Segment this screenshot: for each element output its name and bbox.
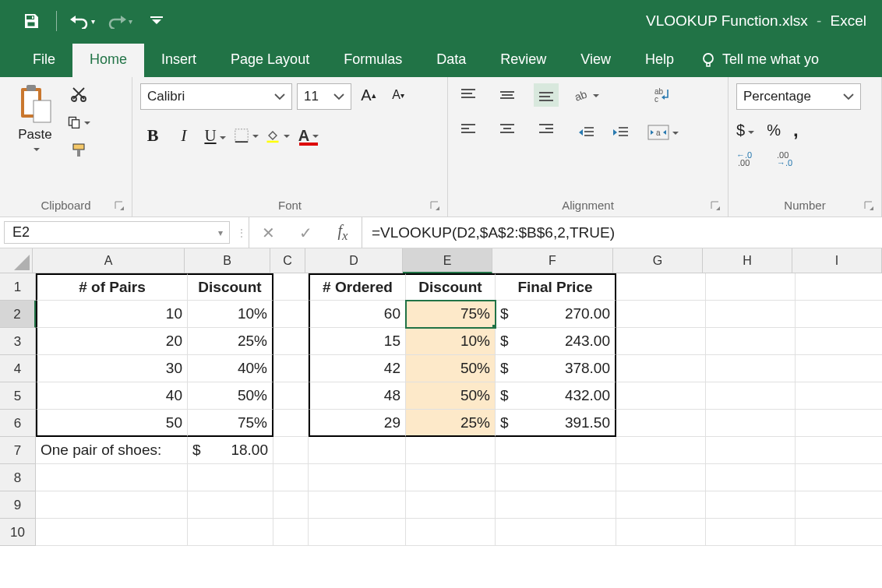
select-all-button[interactable] [0, 248, 33, 273]
decrease-indent-button[interactable] [574, 121, 599, 144]
cell[interactable] [706, 355, 796, 382]
cell[interactable] [36, 519, 188, 546]
cell[interactable] [706, 519, 796, 546]
cell[interactable] [706, 273, 796, 301]
table-header[interactable]: # of Pairs [36, 273, 188, 301]
cell[interactable] [273, 328, 309, 355]
row-header[interactable]: 3 [0, 328, 36, 355]
cell[interactable] [616, 355, 706, 382]
tab-home[interactable]: Home [72, 44, 144, 77]
row-header[interactable]: 2 [0, 301, 36, 328]
cell[interactable] [273, 437, 309, 464]
cell[interactable] [796, 437, 882, 464]
cell[interactable] [616, 410, 706, 437]
bold-button[interactable]: B [140, 124, 165, 147]
row-header[interactable]: 5 [0, 382, 36, 410]
table-header[interactable]: Discount [406, 273, 496, 301]
font-color-button[interactable]: A [296, 124, 321, 147]
cell[interactable] [406, 437, 496, 464]
cell[interactable] [796, 301, 882, 328]
cell[interactable] [406, 519, 496, 546]
redo-button[interactable]: ▾ [104, 5, 135, 37]
tell-me-search[interactable]: Tell me what yo [691, 44, 828, 77]
borders-button[interactable] [234, 124, 259, 147]
cell[interactable]: 42 [309, 355, 406, 382]
cell[interactable] [309, 437, 406, 464]
cell[interactable] [188, 491, 273, 519]
paste-button[interactable]: Paste [8, 83, 62, 155]
cell[interactable] [706, 437, 796, 464]
copy-button[interactable] [67, 111, 90, 133]
cell[interactable]: 25% [406, 410, 496, 437]
cell[interactable]: $243.00 [496, 328, 616, 355]
enter-button[interactable]: ✓ [287, 224, 324, 242]
comma-button[interactable]: , [793, 119, 799, 141]
cell[interactable] [273, 355, 309, 382]
cell[interactable] [309, 464, 406, 491]
cell[interactable] [188, 464, 273, 491]
italic-button[interactable]: I [171, 124, 196, 147]
row-header[interactable]: 10 [0, 519, 36, 546]
cell[interactable] [496, 464, 616, 491]
cell[interactable]: 10% [406, 328, 496, 355]
merge-center-button[interactable]: a [647, 121, 679, 144]
tab-formulas[interactable]: Formulas [326, 44, 419, 77]
cell[interactable]: 50% [188, 382, 273, 410]
currency-button[interactable]: $ [736, 121, 754, 139]
cell[interactable] [309, 519, 406, 546]
cell[interactable] [616, 437, 706, 464]
qat-customize-button[interactable] [141, 5, 172, 37]
cancel-button[interactable]: ✕ [249, 224, 287, 242]
decrease-decimal-button[interactable]: .00→.0 [777, 150, 797, 167]
cell[interactable] [616, 491, 706, 519]
save-button[interactable] [16, 5, 47, 37]
cell[interactable]: 50% [406, 355, 496, 382]
column-header[interactable]: C [270, 248, 305, 273]
number-format-combo[interactable]: Percentage [736, 83, 861, 110]
cell[interactable] [406, 491, 496, 519]
worksheet-grid[interactable]: 12345678910 # of PairsDiscount# OrderedD… [0, 273, 882, 546]
cell[interactable] [616, 519, 706, 546]
name-box-expand[interactable]: ⋮ [234, 217, 249, 248]
tab-view[interactable]: View [563, 44, 628, 77]
cell[interactable]: One pair of shoes: [36, 437, 188, 464]
formula-input[interactable]: =VLOOKUP(D2,$A$2:$B$6,2,TRUE) [362, 217, 882, 248]
cell[interactable] [706, 410, 796, 437]
column-header[interactable]: H [703, 248, 792, 273]
cell[interactable]: 15 [309, 328, 406, 355]
cell[interactable] [796, 328, 882, 355]
row-header[interactable]: 7 [0, 437, 36, 464]
row-header[interactable]: 1 [0, 273, 36, 301]
clipboard-launcher[interactable] [115, 201, 125, 212]
cell[interactable] [706, 301, 796, 328]
name-box[interactable]: E2 [4, 221, 230, 244]
increase-font-button[interactable]: A▴ [356, 83, 381, 107]
cell[interactable] [36, 491, 188, 519]
cell[interactable]: 75% [188, 410, 273, 437]
number-launcher[interactable] [864, 201, 875, 212]
alignment-launcher[interactable] [711, 201, 721, 212]
cell[interactable] [273, 519, 309, 546]
cell[interactable] [36, 464, 188, 491]
font-size-combo[interactable]: 11 [297, 83, 351, 110]
tab-insert[interactable]: Insert [144, 44, 213, 77]
cell[interactable]: 50% [406, 382, 496, 410]
cell[interactable]: $378.00 [496, 355, 616, 382]
cell[interactable] [406, 464, 496, 491]
column-header[interactable]: D [305, 248, 403, 273]
orientation-button[interactable]: ab [574, 83, 599, 107]
cell[interactable] [273, 382, 309, 410]
tab-review[interactable]: Review [483, 44, 563, 77]
cell[interactable] [273, 301, 309, 328]
cell[interactable] [273, 273, 309, 301]
cell[interactable] [496, 491, 616, 519]
cells-area[interactable]: # of PairsDiscount# OrderedDiscountFinal… [36, 273, 882, 546]
undo-button[interactable]: ▾ [66, 5, 97, 37]
column-header[interactable]: F [492, 248, 613, 273]
cell[interactable] [706, 328, 796, 355]
cell[interactable]: 40% [188, 355, 273, 382]
cell[interactable] [796, 410, 882, 437]
cell[interactable]: 10% [188, 301, 273, 328]
cell[interactable] [616, 464, 706, 491]
cell[interactable] [796, 355, 882, 382]
